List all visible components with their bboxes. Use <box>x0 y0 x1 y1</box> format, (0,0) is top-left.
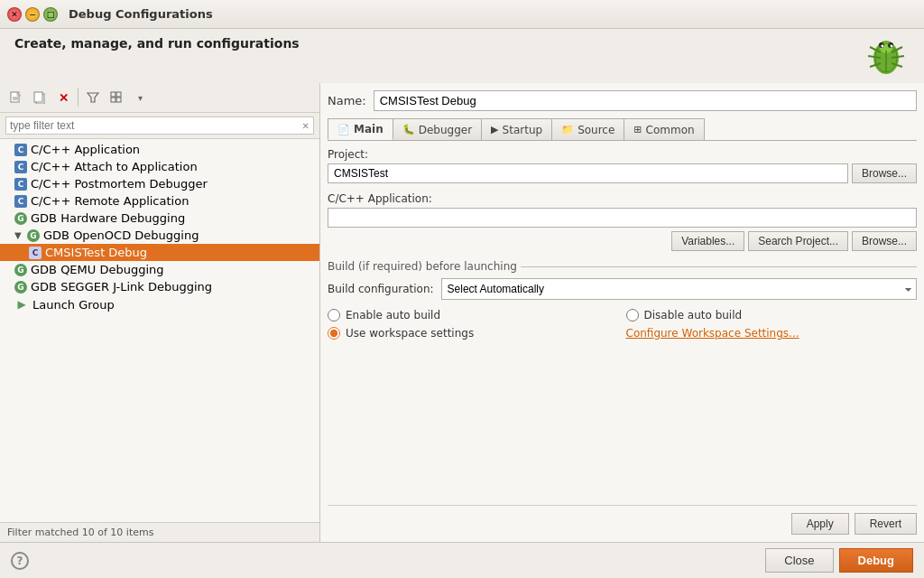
tree-item-label: CMSISTest Debug <box>45 246 147 259</box>
right-panel-footer: Apply Revert <box>328 505 917 535</box>
c-icon: C <box>14 161 27 173</box>
c-icon: C <box>14 144 27 156</box>
left-toolbar: ✕ ▾ <box>0 83 319 113</box>
build-config-label: Build configuration: <box>328 283 434 295</box>
left-panel-footer: Filter matched 10 of 10 items <box>0 522 319 542</box>
tab-source-label: Source <box>578 124 614 136</box>
view-menu-button[interactable]: ▾ <box>129 87 151 108</box>
debugger-tab-icon: 🐛 <box>402 124 415 135</box>
svg-rect-23 <box>116 92 121 97</box>
tree-item-gdb-openocd[interactable]: ▼ G GDB OpenOCD Debugging <box>0 227 319 244</box>
tree-item-launch-group[interactable]: ▶ Launch Group <box>0 295 319 313</box>
configure-workspace-link[interactable]: Configure Workspace Settings... <box>626 327 918 340</box>
use-workspace-settings-radio[interactable] <box>328 327 340 340</box>
tab-common-label: Common <box>646 124 695 136</box>
tree-item-cc-postmortem[interactable]: C C/C++ Postmortem Debugger <box>0 175 319 192</box>
app-input[interactable] <box>328 208 917 228</box>
tab-startup-label: Startup <box>503 124 543 136</box>
enable-auto-build-option[interactable]: Enable auto build <box>328 309 619 322</box>
tree-item-cc-app[interactable]: C C/C++ Application <box>0 141 319 158</box>
header-area: Create, manage, and run configurations <box>0 29 924 83</box>
app-group: C/C++ Application: Variables... Search P… <box>328 192 917 251</box>
enable-auto-build-label: Enable auto build <box>346 309 440 322</box>
project-label: Project: <box>328 148 917 161</box>
svg-point-14 <box>891 45 893 48</box>
name-row: Name: <box>328 90 917 111</box>
debug-button[interactable]: Debug <box>839 548 913 573</box>
disable-auto-build-option[interactable]: Disable auto build <box>626 309 918 322</box>
tree-item-label: C/C++ Remote Application <box>31 194 189 208</box>
build-config-row: Build configuration: Select Automaticall… <box>328 278 917 300</box>
app-button-row: Variables... Search Project... Browse... <box>328 231 917 251</box>
revert-button[interactable]: Revert <box>855 513 917 535</box>
filter-box: ✕ <box>5 117 314 135</box>
tree-item-label: GDB QEMU Debugging <box>31 263 164 276</box>
minimize-window-button[interactable]: − <box>25 7 40 22</box>
close-window-button[interactable]: ✕ <box>7 7 22 22</box>
tree-item-label: C/C++ Postmortem Debugger <box>31 177 208 191</box>
tree-item-cc-remote[interactable]: C C/C++ Remote Application <box>0 192 319 210</box>
tree-item-label: GDB SEGGER J-Link Debugging <box>31 280 212 294</box>
delete-x-icon: ✕ <box>59 91 69 105</box>
tree-item-label: GDB Hardware Debugging <box>31 211 185 225</box>
disable-auto-build-radio[interactable] <box>626 309 639 322</box>
config-tree: C C/C++ Application C C/C++ Attach to Ap… <box>0 139 319 522</box>
build-config-select-wrapper: Select Automatically Debug Release ⏷ <box>441 278 917 300</box>
config-tabs: 📄 Main 🐛 Debugger ▶ Startup 📁 Source ⊞ <box>328 118 917 141</box>
variables-button[interactable]: Variables... <box>671 231 744 251</box>
build-radio-group: Enable auto build Disable auto build Use… <box>328 309 917 340</box>
project-input-row: Browse... <box>328 163 917 183</box>
help-button[interactable]: ? <box>11 552 29 570</box>
g-icon: G <box>14 281 27 294</box>
svg-rect-25 <box>116 98 121 102</box>
app-browse-button[interactable]: Browse... <box>852 231 917 251</box>
tree-item-cmsis-debug[interactable]: C CMSISTest Debug <box>0 244 319 261</box>
delete-config-button[interactable]: ✕ <box>52 87 74 108</box>
build-config-select[interactable]: Select Automatically Debug Release <box>441 278 917 300</box>
maximize-window-button[interactable]: □ <box>43 7 58 22</box>
tab-common[interactable]: ⊞ Common <box>624 118 704 140</box>
copy-config-button[interactable] <box>29 87 51 108</box>
bottom-bar: ? Close Debug <box>0 542 924 578</box>
tree-item-gdb-qemu[interactable]: G GDB QEMU Debugging <box>0 261 319 278</box>
filter-button[interactable] <box>82 87 104 108</box>
main-tab-icon: 📄 <box>337 124 350 135</box>
copy-icon <box>33 91 46 104</box>
build-section-label: Build (if required) before launching <box>328 260 917 273</box>
tab-startup[interactable]: ▶ Startup <box>481 118 552 140</box>
tree-item-cc-attach[interactable]: C C/C++ Attach to Application <box>0 158 319 175</box>
tree-item-gdb-segger[interactable]: G GDB SEGGER J-Link Debugging <box>0 278 319 295</box>
build-group: Build (if required) before launching Bui… <box>328 260 917 340</box>
toolbar-divider <box>78 89 79 107</box>
close-button[interactable]: Close <box>765 548 833 573</box>
source-tab-icon: 📁 <box>561 124 574 135</box>
right-panel: Name: 📄 Main 🐛 Debugger ▶ Startup <box>320 83 924 542</box>
project-group: Project: Browse... <box>328 148 917 183</box>
project-browse-button[interactable]: Browse... <box>852 163 917 183</box>
enable-auto-build-radio[interactable] <box>328 309 340 322</box>
project-input[interactable] <box>328 163 848 183</box>
tree-item-gdb-hw[interactable]: G GDB Hardware Debugging <box>0 210 319 227</box>
g-icon: G <box>14 212 27 225</box>
startup-tab-icon: ▶ <box>491 124 498 135</box>
filter-input[interactable] <box>10 119 299 132</box>
bug-icon <box>863 33 910 79</box>
app-label: C/C++ Application: <box>328 192 917 205</box>
search-project-button[interactable]: Search Project... <box>748 231 848 251</box>
common-tab-icon: ⊞ <box>633 124 642 135</box>
name-input[interactable] <box>374 90 917 111</box>
apply-button[interactable]: Apply <box>791 513 849 535</box>
svg-rect-20 <box>34 92 42 102</box>
tab-source[interactable]: 📁 Source <box>551 118 624 140</box>
title-bar: ✕ − □ Debug Configurations <box>0 0 924 29</box>
new-config-button[interactable] <box>5 87 27 108</box>
bottom-buttons: Close Debug <box>765 548 913 573</box>
use-workspace-settings-option[interactable]: Use workspace settings <box>328 327 619 340</box>
tab-main-label: Main <box>354 123 383 135</box>
collapse-all-button[interactable] <box>106 87 127 108</box>
filter-clear-button[interactable]: ✕ <box>302 121 310 131</box>
launch-icon: ▶ <box>14 297 29 312</box>
content-area: ✕ ▾ <box>0 83 924 542</box>
tab-main[interactable]: 📄 Main <box>328 118 393 140</box>
tab-debugger[interactable]: 🐛 Debugger <box>393 118 482 140</box>
